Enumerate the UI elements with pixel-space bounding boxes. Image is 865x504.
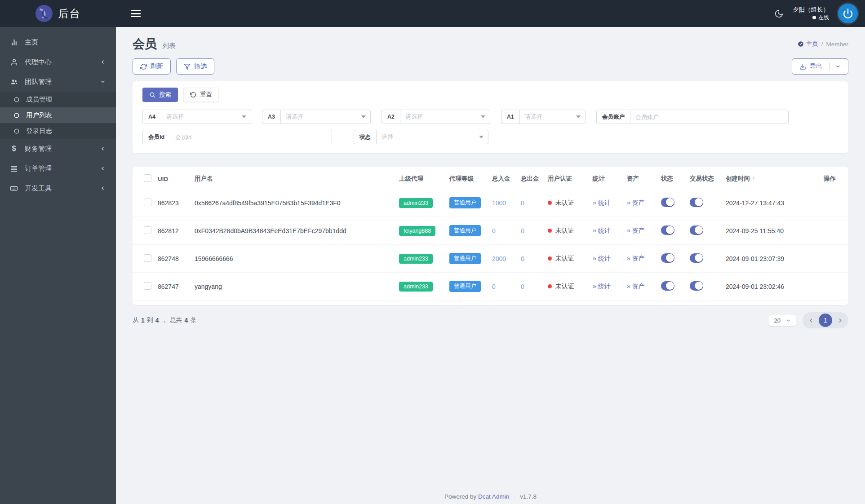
team-management-submenu: 成员管理 用户列表 登录日志	[0, 92, 116, 139]
status-toggle[interactable]	[661, 198, 674, 207]
sidebar-item-login-log[interactable]: 登录日志	[0, 123, 116, 139]
dcat-admin-link[interactable]: Dcat Admin	[478, 493, 509, 500]
row-checkbox[interactable]	[144, 199, 151, 206]
sidebar-item-user-list[interactable]: 用户列表	[0, 107, 116, 123]
sidebar-item-member-management[interactable]: 成员管理	[0, 92, 116, 107]
assets-link[interactable]: »资产	[627, 283, 645, 290]
unverified-dot-icon	[548, 284, 552, 288]
breadcrumb-separator: /	[821, 41, 823, 48]
stats-link[interactable]: »统计	[593, 227, 611, 234]
trade-status-toggle[interactable]	[690, 281, 703, 291]
app-logo-icon	[35, 5, 53, 22]
total-deposit-link[interactable]: 2000	[492, 255, 506, 262]
status-toggle[interactable]	[661, 225, 674, 235]
chevron-left-icon	[99, 166, 107, 171]
filter-select-a4[interactable]: A4 请选择	[142, 110, 251, 124]
total-deposit-link[interactable]: 1000	[492, 199, 506, 207]
sidebar-item-finance-management[interactable]: $ 财务管理	[0, 139, 116, 159]
stats-link[interactable]: »统计	[593, 199, 611, 206]
stats-link[interactable]: »统计	[593, 255, 611, 262]
breadcrumb-home-link[interactable]: 主页	[798, 40, 818, 48]
next-page-button[interactable]	[834, 314, 845, 327]
agent-level-badge: 普通用户	[449, 197, 481, 208]
double-arrow-icon: »	[593, 227, 596, 234]
breadcrumb: 主页 / Member	[798, 40, 848, 48]
assets-link[interactable]: »资产	[627, 199, 645, 206]
total-withdraw-link[interactable]: 0	[521, 227, 524, 234]
total-deposit-link[interactable]: 0	[492, 227, 496, 234]
select-all-checkbox[interactable]	[144, 174, 151, 182]
total-withdraw-link[interactable]: 0	[521, 255, 524, 262]
cell-operations	[807, 245, 848, 273]
parent-agent-badge: admin233	[399, 254, 433, 264]
col-trade-status: 交易状态	[686, 168, 722, 189]
total-withdraw-link[interactable]: 0	[521, 199, 524, 207]
row-checkbox[interactable]	[144, 254, 151, 262]
row-checkbox[interactable]	[144, 226, 151, 234]
status-select[interactable]: 状态 选择	[354, 130, 488, 144]
parent-agent-badge: admin233	[399, 282, 433, 292]
sidebar-item-home[interactable]: 主页	[0, 32, 116, 52]
sidebar: 主页 代理中心 团队管理 成员管理	[0, 27, 116, 504]
parent-agent-badge: feiyang888	[399, 226, 435, 236]
double-arrow-icon: »	[593, 199, 596, 206]
reset-button[interactable]: 重置	[183, 88, 219, 102]
chevron-down-icon	[99, 79, 107, 84]
status-toggle[interactable]	[661, 281, 674, 291]
members-table-card: UID 用户名 上级代理 代理等级 总入金 总出金 用户认证 统计 资产 状态 …	[133, 167, 848, 305]
table-row: 862812 0xF0342B28d0bA9B34843EeEd31E7bEFc…	[133, 217, 848, 245]
table-row: 862748 15966666666 admin233 普通用户 2000 0 …	[133, 245, 848, 273]
status-toggle[interactable]	[661, 253, 674, 263]
auth-status-label: 未认证	[555, 227, 574, 234]
chevron-left-icon	[99, 186, 107, 191]
col-agent-level: 代理等级	[446, 168, 488, 189]
filter-select-a1[interactable]: A1 请选择	[501, 110, 586, 124]
table-row: 862823 0x566267a4df8549f5a3915E075B3b15F…	[133, 189, 848, 217]
page-size-select[interactable]: 20	[769, 314, 796, 327]
sidebar-item-label: 订单管理	[25, 164, 92, 173]
sidebar-item-label: 主页	[25, 38, 107, 47]
menu-toggle-button[interactable]	[131, 10, 141, 17]
app-title: 后台	[58, 7, 81, 21]
trade-status-toggle[interactable]	[690, 198, 703, 207]
brand-logo[interactable]: 后台	[0, 0, 116, 27]
col-username: 用户名	[191, 168, 395, 189]
list-icon	[10, 165, 18, 172]
user-menu[interactable]: 夕阳（组长） 在线	[793, 6, 829, 21]
search-button[interactable]: 搜索	[142, 88, 178, 102]
sidebar-item-label: 成员管理	[26, 95, 107, 104]
member-id-input[interactable]	[170, 130, 332, 144]
refresh-button[interactable]: 刷新	[133, 58, 171, 75]
avatar[interactable]	[838, 4, 858, 23]
trade-status-toggle[interactable]	[690, 225, 703, 235]
assets-link[interactable]: »资产	[627, 227, 645, 234]
cell-operations	[807, 189, 848, 217]
total-withdraw-link[interactable]: 0	[521, 283, 524, 290]
trade-status-toggle[interactable]	[690, 253, 703, 263]
row-checkbox[interactable]	[144, 282, 151, 290]
gauge-icon	[798, 41, 804, 47]
dark-mode-moon-icon[interactable]	[774, 9, 784, 18]
cell-uid: 862748	[154, 245, 191, 273]
stats-link[interactable]: »统计	[593, 283, 611, 290]
sidebar-item-dev-tools[interactable]: 开发工具	[0, 178, 116, 198]
chevron-left-icon	[99, 59, 107, 65]
filter-select-a3[interactable]: A3 请选择	[262, 110, 371, 124]
sidebar-item-team-management[interactable]: 团队管理	[0, 72, 116, 92]
total-deposit-link[interactable]: 0	[492, 283, 496, 290]
cell-uid: 862823	[154, 189, 191, 217]
prev-page-button[interactable]	[806, 314, 816, 327]
filter-button[interactable]: 筛选	[176, 58, 214, 75]
circle-icon	[13, 128, 20, 134]
current-page-button[interactable]: 1	[819, 314, 832, 327]
cell-created-time: 2024-09-25 11:55:40	[722, 217, 807, 245]
agent-level-badge: 普通用户	[449, 281, 481, 292]
col-created-time[interactable]: 创建时间↑	[722, 168, 807, 189]
assets-link[interactable]: »资产	[627, 255, 645, 262]
pager: 1	[803, 312, 848, 328]
member-account-input[interactable]	[630, 110, 788, 124]
export-button[interactable]: 导出	[792, 58, 848, 75]
filter-select-a2[interactable]: A2 请选择	[381, 110, 490, 124]
sidebar-item-order-management[interactable]: 订单管理	[0, 159, 116, 178]
sidebar-item-agent-center[interactable]: 代理中心	[0, 52, 116, 72]
